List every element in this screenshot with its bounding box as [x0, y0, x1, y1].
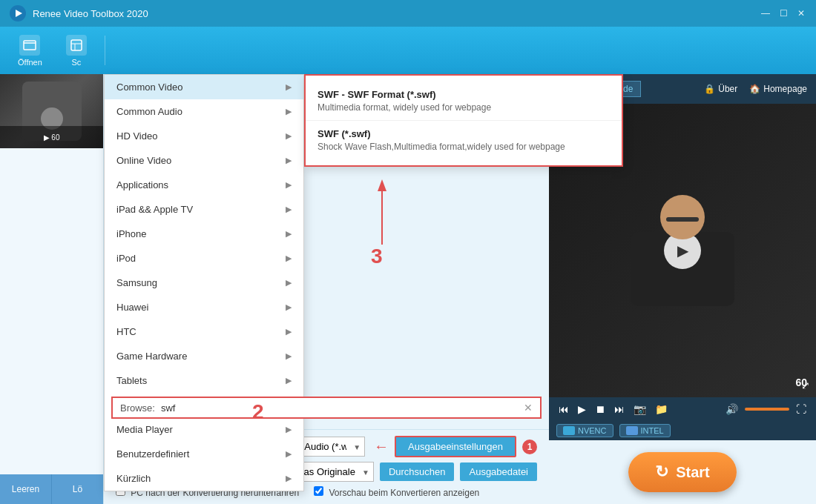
expand-button[interactable]: ⤢ — [801, 379, 810, 391]
play-pause-button[interactable]: ▶ — [576, 402, 588, 417]
fullscreen-button[interactable]: ⛶ — [794, 402, 809, 417]
dropdown-menu: Common Video ▶ Common Audio ▶ HD Video ▶… — [104, 74, 304, 491]
ausgabedatei-button[interactable]: Ausgabedatei — [460, 462, 537, 481]
arrow-icon: ▶ — [286, 278, 292, 288]
svg-rect-2 — [24, 41, 36, 50]
durchsuchen-button[interactable]: Durchsuchen — [380, 462, 455, 481]
arrow-icon: ▶ — [286, 302, 292, 312]
arrow-icon: ▶ — [286, 107, 292, 116]
intel-icon — [626, 426, 638, 435]
start-icon: ↻ — [655, 462, 668, 482]
menu-item-kurzlich[interactable]: Kürzlich ▶ — [105, 466, 303, 491]
select-arrow-icon: ▼ — [353, 442, 361, 451]
start-button[interactable]: ↻ Start — [628, 452, 737, 492]
menu-item-common-audio[interactable]: Common Audio ▶ — [105, 99, 303, 124]
intel-badge[interactable]: INTEL — [619, 424, 671, 437]
menu-item-media-player[interactable]: Media Player ▶ — [105, 417, 303, 442]
bottom-buttons: Leeren Lö — [0, 474, 103, 504]
menu-item-ipad-apple-tv[interactable]: iPad && Apple TV ▶ — [105, 197, 303, 222]
arrow-icon: ▶ — [286, 449, 292, 459]
sc-button[interactable]: Sc — [57, 32, 96, 70]
left-panel-content — [0, 148, 103, 474]
volume-slider[interactable] — [745, 408, 789, 411]
center-area: Common Video ▶ Common Audio ▶ HD Video ▶… — [104, 74, 549, 504]
lock-icon: 🔒 — [704, 84, 715, 94]
menu-item-benutzerdefiniert[interactable]: Benutzerdefiniert ▶ — [105, 442, 303, 466]
annotation-2: 2 — [252, 400, 264, 424]
title-bar: Renee Video Toolbox 2020 — ☐ ✕ — [0, 0, 816, 27]
submenu-panel: SWF - SWF Format (*.swf) Multimedia form… — [304, 74, 623, 167]
submenu-item-swf-format[interactable]: SWF - SWF Format (*.swf) Multimedia form… — [306, 82, 622, 121]
menu-item-common-video[interactable]: Common Video ▶ — [105, 75, 303, 99]
folder-button[interactable]: 📁 — [653, 402, 670, 417]
arrow-icon: ▶ — [286, 131, 292, 141]
browse-clear-icon[interactable]: ✕ — [524, 402, 533, 414]
arrow-icon: ▶ — [286, 376, 292, 385]
left-panel: ▶ 60 Leeren Lö — [0, 74, 104, 504]
open-button[interactable]: Öffnen — [9, 32, 51, 70]
folder-select-arrow-icon: ▼ — [362, 468, 369, 476]
arrow-icon: ▶ — [286, 205, 292, 214]
skip-back-button[interactable]: ⏮ — [556, 402, 571, 417]
maximize-btn[interactable]: ☐ — [777, 7, 789, 19]
browse-bar-container: Browse: ✕ — [111, 397, 542, 419]
leeren-button[interactable]: Leeren — [0, 474, 51, 504]
preview-checkbox[interactable] — [314, 486, 323, 496]
sc-icon — [66, 35, 87, 56]
encoder-bar: NVENC INTEL — [549, 421, 816, 440]
arrow-icon: ▶ — [286, 253, 292, 263]
menu-item-online-video[interactable]: Online Video ▶ — [105, 148, 303, 173]
video-thumbnail: ▶ 60 — [0, 74, 103, 148]
menu-item-samsung[interactable]: Samsung ▶ — [105, 271, 303, 295]
arrow-icon: ▶ — [286, 156, 292, 165]
menu-item-ipod[interactable]: iPod ▶ — [105, 246, 303, 271]
home-icon: 🏠 — [749, 84, 760, 94]
app-logo — [9, 4, 27, 22]
submenu-item-swf[interactable]: SWF (*.swf) Shock Wave Flash,Multimedia … — [306, 121, 622, 159]
browse-input[interactable] — [161, 402, 524, 414]
window-controls[interactable]: — ☐ ✕ — [760, 7, 807, 19]
toolbar-separator — [105, 36, 105, 65]
menu-item-applications[interactable]: Applications ▶ — [105, 173, 303, 197]
arrow-icon: ▶ — [286, 229, 292, 239]
arrow-icon: ▶ — [286, 82, 292, 92]
arrow-icon: ▶ — [286, 351, 292, 361]
video-controls: ⏮ ▶ ⏹ ⏭ 📷 📁 🔊 ⛶ — [549, 397, 816, 421]
annotation-1: 1 — [522, 440, 537, 454]
nvenc-badge[interactable]: NVENC — [556, 424, 613, 437]
arrow-icon: ▶ — [286, 180, 292, 190]
browse-bar: Browse: ✕ — [111, 397, 542, 419]
menu-item-hd-video[interactable]: HD Video ▶ — [105, 124, 303, 148]
menu-item-iphone[interactable]: iPhone ▶ — [105, 222, 303, 246]
arrow-icon: ▶ — [286, 327, 292, 336]
svg-rect-3 — [71, 40, 82, 50]
arrow-icon: ▶ — [286, 474, 292, 483]
control-buttons-row: ⏮ ▶ ⏹ ⏭ 📷 📁 🔊 ⛶ — [556, 402, 809, 417]
menu-item-tablets[interactable]: Tablets ▶ — [105, 368, 303, 393]
volume-icon: 🔊 — [723, 402, 740, 417]
uber-button[interactable]: 🔒 Über — [704, 84, 737, 94]
toolbar: Öffnen Sc — [0, 27, 816, 74]
homepage-button[interactable]: 🏠 Homepage — [749, 84, 807, 94]
output-arrow-icon: ← — [374, 438, 389, 455]
checkbox-preview[interactable]: Vorschau beim Konvertieren anzeigen — [314, 486, 479, 498]
app-title: Renee Video Toolbox 2020 — [33, 8, 760, 19]
nvenc-icon — [563, 426, 575, 435]
arrow-annotation — [367, 178, 397, 254]
arrow-icon: ▶ — [286, 425, 292, 434]
start-area: ↻ Start — [549, 440, 816, 504]
ausgabe-settings-button[interactable]: Ausgabeeinstellungen — [395, 436, 516, 457]
menu-item-huawei[interactable]: Huawei ▶ — [105, 295, 303, 319]
close-btn[interactable]: ✕ — [795, 7, 807, 19]
main-layout: ▶ 60 Leeren Lö Common Video ▶ Common Aud… — [0, 74, 816, 504]
stop-button[interactable]: ⏹ — [593, 402, 608, 417]
minimize-btn[interactable]: — — [760, 7, 771, 19]
menu-item-game-hardware[interactable]: Game Hardware ▶ — [105, 344, 303, 368]
skip-forward-button[interactable]: ⏭ — [612, 402, 627, 417]
lo-button[interactable]: Lö — [51, 474, 103, 504]
menu-item-htc[interactable]: HTC ▶ — [105, 319, 303, 344]
snapshot-button[interactable]: 📷 — [631, 402, 648, 417]
open-icon — [19, 35, 40, 56]
